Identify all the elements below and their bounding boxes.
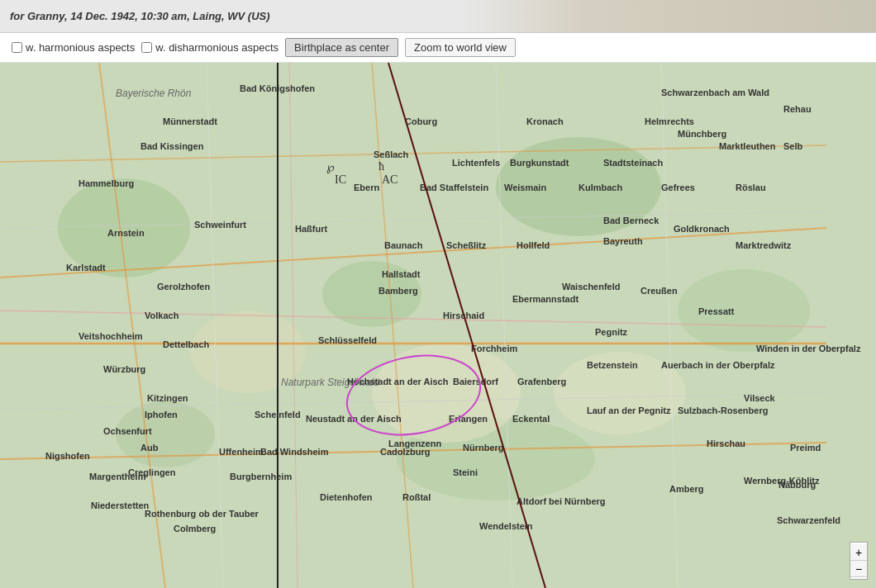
header-bg (463, 0, 876, 33)
planet-saturn-symbol: ħ (378, 160, 384, 173)
ic-meridian-line (277, 63, 279, 588)
planet-ic-label: IC (335, 173, 346, 187)
controls-bar: w. harmonious aspects w. disharmonious a… (0, 33, 876, 63)
planet-ac-label: AC (382, 173, 398, 187)
zoom-world-button[interactable]: Zoom to world view (405, 38, 516, 57)
disharmonious-label: w. disharmonious aspects (155, 41, 279, 54)
header-bar: for Granny, 14 Dec. 1942, 10:30 am, Lain… (0, 0, 876, 33)
planet-pluto-symbol: ℘ (326, 160, 335, 174)
zoom-control: + − (850, 542, 868, 580)
disharmonious-checkbox[interactable] (141, 42, 152, 53)
header-title: for Granny, 14 Dec. 1942, 10:30 am, Lain… (10, 10, 270, 22)
map-overlay (0, 63, 876, 588)
harmonious-checkbox[interactable] (12, 42, 22, 53)
harmonious-label: w. harmonious aspects (26, 41, 135, 54)
map-container[interactable]: ℘ IC ħ AC Bayerische RhönBad Königshofen… (0, 63, 876, 588)
zoom-in-button[interactable]: + (850, 544, 867, 561)
zoom-out-button[interactable]: − (850, 561, 867, 577)
birthplace-center-button[interactable]: Birthplace as center (285, 38, 398, 57)
disharmonious-checkbox-label[interactable]: w. disharmonious aspects (141, 41, 279, 54)
harmonious-checkbox-label[interactable]: w. harmonious aspects (12, 41, 135, 54)
